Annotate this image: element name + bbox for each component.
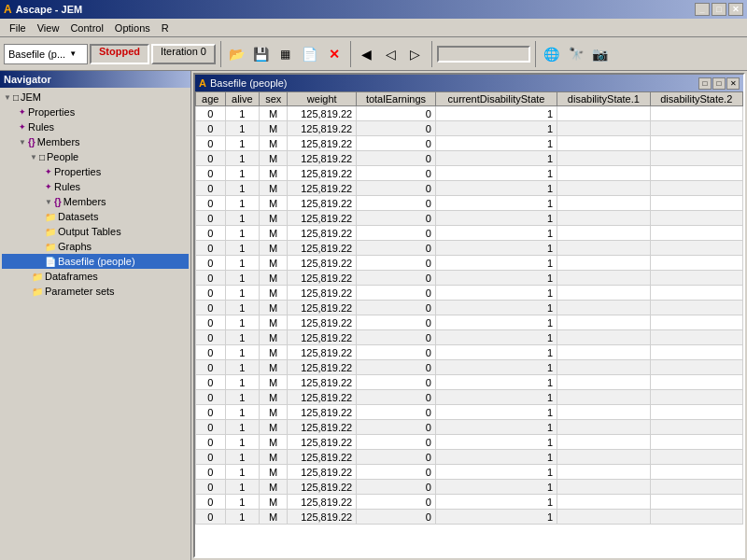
cell-r10-c7	[650, 256, 742, 271]
cell-r9-c4: 0	[357, 241, 436, 256]
tree-item-output-tables[interactable]: 📁 Output Tables	[2, 224, 189, 239]
table-row[interactable]: 01M125,819.2201	[196, 271, 743, 286]
tree-item-graphs[interactable]: 📁 Graphs	[2, 239, 189, 254]
col-disabilitystate1[interactable]: disabilityState.1	[557, 92, 650, 106]
inner-window-maximize-button[interactable]: □	[712, 77, 726, 90]
table-row[interactable]: 01M125,819.2201	[196, 121, 743, 136]
col-age[interactable]: age	[196, 92, 226, 106]
table-row[interactable]: 01M125,819.2201	[196, 405, 743, 420]
binoculars-button[interactable]: 🔭	[565, 43, 587, 65]
table-header-row: age alive sex weight totalEarnings curre…	[196, 92, 743, 106]
table-row[interactable]: 01M125,819.2201	[196, 435, 743, 450]
col-disabilitystate2[interactable]: disabilityState.2	[650, 92, 742, 106]
iteration-button[interactable]: Iteration 0	[151, 44, 216, 64]
cell-r3-c6	[557, 151, 650, 166]
prev-button[interactable]: ◁	[380, 43, 402, 65]
table-row[interactable]: 01M125,819.2201	[196, 256, 743, 271]
stop-button[interactable]: ✕	[323, 43, 345, 65]
maximize-button[interactable]: □	[712, 3, 726, 16]
globe-button[interactable]: 🌐	[541, 43, 563, 65]
table-row[interactable]: 01M125,819.2201	[196, 166, 743, 181]
table-row[interactable]: 01M125,819.2201	[196, 151, 743, 166]
menu-r[interactable]: R	[156, 21, 175, 35]
tree-item-jem[interactable]: ▼ □ JEM	[2, 90, 189, 105]
minimize-button[interactable]: _	[695, 3, 710, 16]
table-row[interactable]: 01M125,819.2201	[196, 510, 743, 525]
table-row[interactable]: 01M125,819.2201	[196, 136, 743, 151]
cell-r20-c2: M	[260, 405, 288, 420]
col-sex[interactable]: sex	[260, 92, 288, 106]
table-row[interactable]: 01M125,819.2201	[196, 241, 743, 256]
inner-window-close-button[interactable]: ✕	[726, 77, 740, 90]
table-row[interactable]: 01M125,819.2201	[196, 480, 743, 495]
tree-item-datasets[interactable]: 📁 Datasets	[2, 209, 189, 224]
tree-item-rules2[interactable]: ✦ Rules	[2, 179, 189, 194]
col-alive[interactable]: alive	[225, 92, 260, 106]
status-button[interactable]: Stopped	[90, 44, 149, 64]
cell-r3-c1: 1	[225, 151, 260, 166]
cell-r23-c7	[650, 450, 742, 465]
col-totalearnings[interactable]: totalEarnings	[357, 92, 436, 106]
tree-item-parameter-sets[interactable]: 📁 Parameter sets	[2, 284, 189, 299]
table-row[interactable]: 01M125,819.2201	[196, 495, 743, 510]
camera-button[interactable]: 📷	[589, 43, 612, 65]
cell-r0-c3: 125,819.22	[288, 106, 357, 121]
tree-item-members2[interactable]: ▼ {} Members	[2, 194, 189, 209]
table-row[interactable]: 01M125,819.2201	[196, 330, 743, 345]
col-weight[interactable]: weight	[288, 92, 357, 106]
tree-item-properties2[interactable]: ✦ Properties	[2, 164, 189, 179]
tree-item-rules1[interactable]: ✦ Rules	[2, 119, 189, 134]
datasets-icon: 📁	[45, 212, 56, 222]
table-row[interactable]: 01M125,819.2201	[196, 360, 743, 375]
cell-r17-c2: M	[260, 360, 288, 375]
table-row[interactable]: 01M125,819.2201	[196, 315, 743, 330]
menu-view[interactable]: View	[32, 21, 65, 35]
inner-window-restore-button[interactable]: □	[698, 77, 712, 90]
rules1-icon: ✦	[19, 122, 26, 132]
cell-r9-c1: 1	[225, 241, 260, 256]
table-row[interactable]: 01M125,819.2201	[196, 286, 743, 301]
inner-window-title: Basefile (people)	[210, 77, 288, 89]
save-button[interactable]: 💾	[250, 43, 273, 65]
cell-r15-c6	[557, 330, 650, 345]
cell-r13-c3: 125,819.22	[288, 301, 357, 315]
basefile-dropdown[interactable]: Basefile (p... ▼	[4, 44, 88, 64]
menu-file[interactable]: File	[4, 21, 32, 35]
table-row[interactable]: 01M125,819.2201	[196, 226, 743, 241]
table-row[interactable]: 01M125,819.2201	[196, 211, 743, 226]
table-row[interactable]: 01M125,819.2201	[196, 465, 743, 480]
save-icon: 💾	[253, 47, 269, 62]
col-currentdisabilitystate[interactable]: currentDisabilityState	[435, 92, 557, 106]
grid-button[interactable]: ▦	[275, 43, 297, 65]
tree-item-members1[interactable]: ▼ {} Members	[2, 134, 189, 149]
menu-control[interactable]: Control	[64, 21, 108, 35]
tree-item-basefile[interactable]: 📄 Basefile (people)	[2, 254, 189, 269]
table-row[interactable]: 01M125,819.2201	[196, 196, 743, 211]
close-button[interactable]: ✕	[728, 3, 743, 16]
table-row[interactable]: 01M125,819.2201	[196, 181, 743, 196]
table-row[interactable]: 01M125,819.2201	[196, 301, 743, 315]
page-button[interactable]: 📄	[299, 43, 321, 65]
cell-r14-c0: 0	[196, 315, 226, 330]
table-row[interactable]: 01M125,819.2201	[196, 390, 743, 405]
cell-r5-c6	[557, 181, 650, 196]
back-button[interactable]: ◀	[356, 43, 378, 65]
table-row[interactable]: 01M125,819.2201	[196, 106, 743, 121]
tree-item-properties1[interactable]: ✦ Properties	[2, 105, 189, 119]
navigator-header: Navigator	[0, 71, 190, 88]
tree-item-people[interactable]: ▼ □ People	[2, 149, 189, 164]
menu-options[interactable]: Options	[109, 21, 156, 35]
next-button[interactable]: ▷	[404, 43, 427, 65]
navigator-tree[interactable]: ▼ □ JEM ✦ Properties ✦ Rules ▼ {} Member…	[0, 88, 190, 560]
table-row[interactable]: 01M125,819.2201	[196, 375, 743, 390]
table-row[interactable]: 01M125,819.2201	[196, 450, 743, 465]
open-button[interactable]: 📂	[226, 43, 248, 65]
table-row[interactable]: 01M125,819.2201	[196, 420, 743, 435]
basefile-label: Basefile (people)	[58, 256, 135, 267]
tree-item-dataframes[interactable]: 📁 Dataframes	[2, 269, 189, 284]
cell-r8-c2: M	[260, 226, 288, 241]
cell-r9-c7	[650, 241, 742, 256]
table-row[interactable]: 01M125,819.2201	[196, 345, 743, 360]
next-icon: ▷	[410, 47, 420, 62]
data-table-container[interactable]: age alive sex weight totalEarnings curre…	[195, 91, 743, 556]
